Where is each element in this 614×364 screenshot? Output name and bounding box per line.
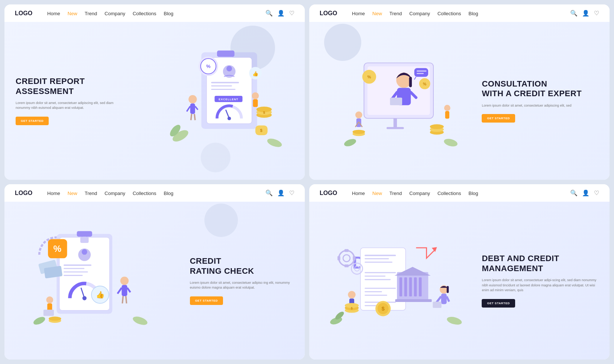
nav-blog-4[interactable]: Blog — [469, 191, 478, 196]
nav-trend-4[interactable]: Trend — [390, 191, 402, 196]
illustration-svg-2: % % — [321, 49, 462, 153]
heart-icon-1[interactable]: ♡ — [289, 10, 294, 17]
nav-icons-2: 🔍 👤 ♡ — [570, 10, 599, 17]
svg-rect-103 — [365, 279, 391, 280]
nav-new-2[interactable]: New — [372, 11, 382, 16]
svg-text:%: % — [423, 82, 426, 86]
nav-home-4[interactable]: Home — [352, 191, 365, 196]
illustration-svg-1: EXCELLENT % 👍 — [152, 45, 293, 157]
svg-text:👍: 👍 — [96, 290, 105, 299]
hero-subtitle-1: Lorem ipsum dolor sit amet, consectetuer… — [16, 101, 129, 111]
heart-icon-4[interactable]: ♡ — [594, 189, 599, 196]
nav-home-1[interactable]: Home — [47, 11, 60, 16]
search-icon-2[interactable]: 🔍 — [570, 10, 578, 17]
svg-rect-121 — [345, 264, 349, 267]
svg-text:$: $ — [351, 306, 353, 310]
svg-rect-114 — [419, 277, 421, 296]
illustration-2: % % — [309, 22, 474, 180]
svg-rect-22 — [190, 103, 195, 114]
nav-trend-3[interactable]: Trend — [85, 191, 97, 196]
nav-home-3[interactable]: Home — [47, 191, 60, 196]
text-section-4: DEBT AND CREDITMANAGEMENT Lorem ipsum do… — [474, 202, 610, 360]
nav-links-2: Home New Trend Company Collections Blog — [352, 10, 570, 17]
svg-point-95 — [32, 315, 46, 326]
svg-rect-7 — [211, 89, 236, 90]
user-icon-4[interactable]: 👤 — [582, 189, 589, 196]
svg-rect-39 — [409, 77, 412, 87]
svg-rect-68 — [80, 237, 88, 243]
svg-point-94 — [132, 315, 149, 326]
nav-company-4[interactable]: Company — [409, 191, 430, 196]
svg-rect-137 — [447, 286, 449, 293]
hero-title-4: DEBT AND CREDITMANAGEMENT — [482, 254, 598, 273]
nav-trend-2[interactable]: Trend — [390, 11, 402, 16]
svg-point-61 — [444, 105, 450, 111]
logo-2: LOGO — [320, 10, 337, 17]
svg-rect-43 — [390, 97, 403, 105]
svg-rect-46 — [417, 70, 426, 71]
user-icon-2[interactable]: 👤 — [582, 10, 589, 17]
illustration-1: EXCELLENT % 👍 — [140, 22, 305, 180]
hero-subtitle-4: Lorem ipsum dolor sit amet, consectetuer… — [482, 278, 598, 293]
nav-new-3[interactable]: New — [68, 191, 77, 196]
nav-trend-1[interactable]: Trend — [85, 11, 97, 16]
svg-rect-36 — [394, 118, 397, 127]
nav-collections-3[interactable]: Collections — [133, 191, 156, 196]
user-icon-3[interactable]: 👤 — [277, 189, 285, 196]
get-started-btn-4[interactable]: GET STARTED — [482, 299, 515, 308]
svg-point-33 — [266, 137, 283, 149]
nav-bar-4: LOGO Home New Trend Company Collections … — [309, 184, 610, 202]
heart-icon-3[interactable]: ♡ — [289, 189, 294, 196]
nav-blog-2[interactable]: Blog — [469, 11, 478, 16]
svg-line-88 — [126, 296, 127, 303]
svg-line-23 — [187, 106, 190, 111]
search-icon-1[interactable]: 🔍 — [265, 10, 273, 17]
nav-blog-1[interactable]: Blog — [164, 11, 174, 16]
card-content-2: CONSULTATIONWITH A CREDIT EXPERT Lorem i… — [309, 22, 610, 180]
svg-point-118 — [339, 250, 354, 266]
svg-rect-99 — [365, 258, 389, 259]
svg-rect-2 — [217, 51, 235, 57]
nav-icons-4: 🔍 👤 ♡ — [570, 189, 599, 196]
search-icon-4[interactable]: 🔍 — [570, 189, 578, 196]
svg-point-89 — [46, 296, 54, 303]
svg-point-27 — [252, 92, 259, 99]
nav-collections-1[interactable]: Collections — [133, 11, 156, 16]
search-icon-3[interactable]: 🔍 — [265, 189, 273, 196]
svg-rect-71 — [64, 264, 91, 266]
text-section-1: CREDIT REPORTASSESSMENT Lorem ipsum dolo… — [4, 22, 140, 180]
nav-blog-3[interactable]: Blog — [164, 191, 174, 196]
nav-company-3[interactable]: Company — [104, 191, 125, 196]
nav-home-2[interactable]: Home — [352, 11, 365, 16]
get-started-btn-2[interactable]: GET STARTED — [482, 114, 515, 123]
nav-links-4: Home New Trend Company Collections Blog — [352, 190, 570, 196]
svg-point-126 — [348, 291, 356, 299]
svg-text:$: $ — [263, 110, 265, 114]
user-icon-1[interactable]: 👤 — [277, 10, 285, 17]
nav-new-4[interactable]: New — [372, 191, 382, 196]
svg-rect-106 — [365, 295, 387, 296]
get-started-btn-3[interactable]: GET STARTED — [190, 296, 223, 305]
get-started-btn-1[interactable]: GET STARTED — [16, 117, 49, 125]
svg-rect-73 — [64, 271, 88, 272]
card-content-3: 👍 % — [4, 202, 305, 360]
illustration-svg-3: 👍 % — [28, 227, 155, 335]
svg-point-142 — [446, 315, 463, 326]
svg-text:%: % — [206, 63, 210, 69]
svg-line-87 — [123, 296, 123, 303]
nav-collections-4[interactable]: Collections — [437, 191, 461, 196]
svg-point-63 — [443, 137, 458, 148]
nav-new-1[interactable]: New — [68, 11, 77, 16]
heart-icon-2[interactable]: ♡ — [594, 10, 599, 17]
nav-company-2[interactable]: Company — [409, 11, 430, 16]
nav-collections-2[interactable]: Collections — [437, 11, 461, 16]
illustration-4: DEBT — [309, 202, 474, 360]
illustration-3: 👍 % — [4, 202, 179, 360]
svg-rect-47 — [417, 73, 424, 74]
svg-point-83 — [120, 276, 129, 285]
svg-text:👍: 👍 — [252, 70, 259, 77]
hero-title-1: CREDIT REPORTASSESSMENT — [16, 77, 129, 96]
svg-marker-117 — [432, 247, 437, 252]
nav-company-1[interactable]: Company — [104, 11, 125, 16]
svg-line-26 — [194, 114, 195, 120]
